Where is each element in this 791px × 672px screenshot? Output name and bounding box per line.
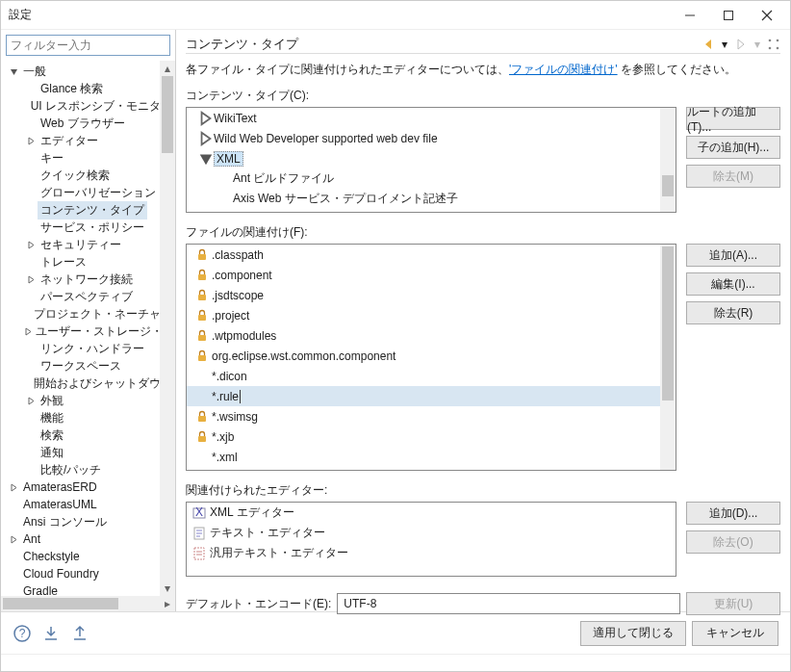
chevron-down-icon[interactable]	[198, 151, 214, 167]
tree-item[interactable]: UI レスポンシブ・モニター	[1, 97, 175, 115]
editor-item[interactable]: テキスト・エディター	[187, 523, 676, 543]
file-assoc-item[interactable]: .project	[187, 305, 660, 325]
tree-item[interactable]: 通知	[1, 444, 175, 461]
tree-item[interactable]: リンク・ハンドラー	[1, 340, 175, 357]
chevron-right-icon[interactable]	[24, 238, 38, 251]
file-assoc-item[interactable]: *.dicon	[187, 366, 660, 386]
chevron-right-icon[interactable]	[7, 480, 20, 494]
menu-icon[interactable]	[767, 38, 780, 51]
tree-item[interactable]: 比較/パッチ	[1, 461, 175, 478]
tree-item[interactable]: クイック検索	[1, 167, 175, 184]
import-icon[interactable]	[41, 624, 61, 643]
forward-icon[interactable]	[734, 38, 748, 51]
chevron-right-icon[interactable]	[24, 394, 38, 407]
file-assoc-item[interactable]: *.wsimsg	[187, 406, 660, 426]
file-assoc-item[interactable]: org.eclipse.wst.common.component	[187, 346, 660, 366]
content-type-item[interactable]: Ant ビルドファイル	[187, 168, 660, 189]
tree-item[interactable]: ユーザー・ストレージ・サービス	[1, 323, 175, 340]
file-assoc-link[interactable]: 'ファイルの関連付け'	[509, 63, 618, 76]
chevron-right-icon[interactable]	[198, 111, 214, 126]
content-type-item[interactable]: DITA	[187, 209, 660, 212]
cancel-button[interactable]: キャンセル	[692, 621, 778, 646]
maximize-button[interactable]	[709, 2, 748, 29]
close-button[interactable]	[748, 2, 786, 29]
tree-item-label: サービス・ポリシー	[38, 219, 147, 237]
chevron-right-icon[interactable]	[24, 134, 38, 147]
tree-item[interactable]: エディター	[1, 132, 175, 149]
tree-item[interactable]: Gradle	[1, 582, 175, 596]
content-type-item[interactable]: Axis Web サービス・デプロイメント記述子	[187, 189, 660, 209]
content-types-list[interactable]: WikiTextWild Web Developer supported web…	[186, 107, 676, 213]
tree-item[interactable]: トレース	[1, 253, 175, 271]
tree-item[interactable]: ワークスペース	[1, 357, 175, 375]
tree-item[interactable]: 一般	[1, 63, 175, 80]
file-assoc-item[interactable]: *.xjb	[187, 426, 660, 447]
editors-list[interactable]: XXML エディターテキスト・エディター汎用テキスト・エディター	[186, 502, 676, 577]
tree-item[interactable]: サービス・ポリシー	[1, 219, 175, 236]
spacer-icon	[194, 450, 210, 465]
content-type-item[interactable]: Wild Web Developer supported web dev fil…	[187, 128, 660, 148]
help-icon[interactable]: ?	[13, 624, 32, 643]
chevron-right-icon[interactable]	[24, 324, 33, 338]
minimize-button[interactable]	[671, 2, 709, 29]
encoding-input[interactable]	[337, 593, 680, 614]
tree-item[interactable]: Glance 検索	[1, 80, 175, 97]
chevron-right-icon[interactable]	[24, 272, 38, 286]
ct-vscrollbar[interactable]	[660, 108, 676, 212]
tree-item[interactable]: AmaterasUML	[1, 496, 175, 513]
tree-item[interactable]: プロジェクト・ネーチャー	[1, 305, 175, 323]
tree-vscrollbar[interactable]: ▴▾	[160, 61, 175, 596]
tree-item[interactable]: AmaterasERD	[1, 478, 175, 496]
tree-item-label: UI レスポンシブ・モニター	[28, 97, 175, 116]
tree-item[interactable]: Web ブラウザー	[1, 115, 175, 132]
tree-item[interactable]: 外観	[1, 392, 175, 409]
fa-vscrollbar[interactable]	[660, 245, 676, 470]
tree-item[interactable]: Ansi コンソール	[1, 513, 175, 530]
nav-tree[interactable]: 一般Glance 検索UI レスポンシブ・モニターWeb ブラウザーエディターキ…	[1, 61, 175, 596]
content-type-item[interactable]: XML	[187, 148, 660, 168]
tree-item[interactable]: セキュリティー	[1, 236, 175, 253]
tree-item[interactable]: パースペクティブ	[1, 288, 175, 305]
apply-close-button[interactable]: 適用して閉じる	[580, 621, 686, 646]
tree-item[interactable]: Checkstyle	[1, 548, 175, 565]
encoding-update-button: 更新(U)	[686, 592, 780, 615]
tree-item[interactable]: グローバリゼーション	[1, 184, 175, 201]
file-assoc-item[interactable]: *.xml	[187, 447, 660, 467]
file-assoc-item[interactable]: *.rule	[187, 386, 660, 406]
tree-item[interactable]: ネットワーク接続	[1, 271, 175, 288]
add-root-button[interactable]: ルートの追加(T)...	[686, 107, 780, 130]
tree-item[interactable]: Ant	[1, 530, 175, 548]
fa-remove-button[interactable]: 除去(R)	[686, 301, 780, 324]
editor-item[interactable]: 汎用テキスト・エディター	[187, 543, 676, 563]
fa-edit-button[interactable]: 編集(I)...	[686, 272, 780, 296]
file-assoc-item[interactable]: .classpath	[187, 245, 660, 265]
tree-hscrollbar[interactable]: ◂▸	[1, 596, 175, 611]
editor-item[interactable]: XXML エディター	[187, 503, 676, 523]
file-assoc-label: *.rule	[212, 390, 241, 403]
chevron-right-icon[interactable]	[198, 131, 214, 146]
file-assoc-item[interactable]: .wtpmodules	[187, 325, 660, 346]
back-icon[interactable]	[702, 38, 715, 51]
add-child-button[interactable]: 子の追加(H)...	[686, 136, 780, 159]
tree-item[interactable]: 機能	[1, 409, 175, 426]
tree-item[interactable]: 開始およびシャットダウン	[1, 375, 175, 392]
tree-item[interactable]: Cloud Foundry	[1, 565, 175, 582]
tree-item[interactable]: 検索	[1, 426, 175, 444]
back-dropdown-icon[interactable]: ▾	[721, 38, 728, 51]
export-icon[interactable]	[70, 624, 89, 643]
file-assoc-list[interactable]: .classpath.component.jsdtscope.project.w…	[186, 244, 676, 471]
fa-add-button[interactable]: 追加(A)...	[686, 244, 780, 267]
spacer-icon	[24, 151, 38, 165]
filter-input[interactable]	[6, 35, 170, 56]
file-assoc-item[interactable]: .jsdtscope	[187, 285, 660, 305]
encoding-row: デフォルト・エンコード(E): 更新(U)	[186, 592, 780, 615]
file-assoc-item[interactable]: .component	[187, 265, 660, 285]
chevron-down-icon[interactable]	[7, 65, 20, 78]
tree-item[interactable]: キー	[1, 149, 175, 167]
svg-rect-10	[198, 295, 206, 300]
content-type-item[interactable]: WikiText	[187, 108, 660, 128]
chevron-right-icon[interactable]	[7, 532, 20, 546]
window-title: 設定	[9, 7, 671, 23]
ed-add-button[interactable]: 追加(D)...	[686, 502, 780, 525]
tree-item[interactable]: コンテンツ・タイプ	[1, 201, 175, 219]
